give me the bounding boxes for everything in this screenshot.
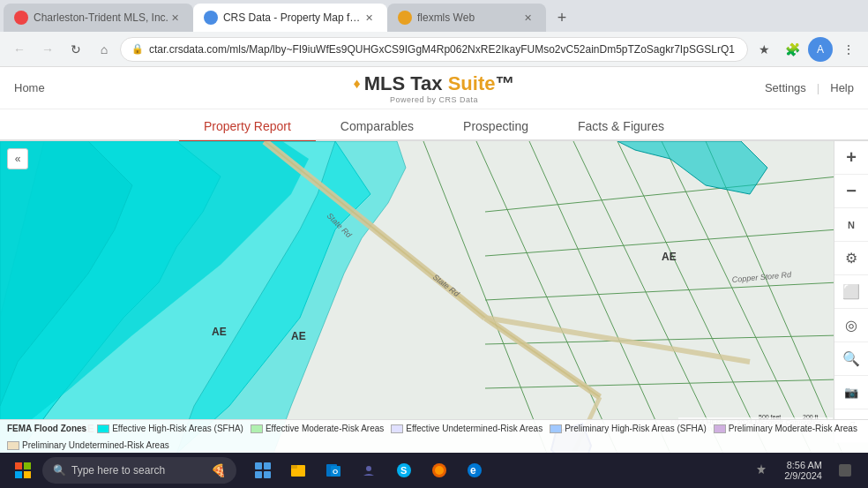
legend-label-2: Effective Moderate-Risk Areas (266, 424, 384, 433)
browser-tab-1[interactable]: Charleston-Trident MLS, Inc. ✕ (4, 4, 193, 32)
svg-rect-47 (264, 462, 271, 469)
svg-rect-51 (291, 465, 297, 469)
taskbar-app-firefox[interactable] (423, 454, 455, 486)
svg-rect-48 (255, 471, 262, 478)
zoom-in-button[interactable]: + (834, 141, 868, 175)
legend-item-3: Effective Undetermined-Risk Areas (391, 424, 542, 433)
legend-title: FEMA Flood Zones (7, 424, 86, 433)
tab-prospecting[interactable]: Prospecting (438, 111, 553, 143)
notification-center-button[interactable] (829, 454, 861, 486)
notification-icon (754, 463, 768, 477)
menu-button[interactable]: ⋮ (836, 37, 861, 62)
app-logo: ♦ MLS Tax Suite™ Powered by CRS Data (354, 72, 515, 104)
outlook-icon: O (325, 462, 342, 479)
legend-label-5: Preliminary Moderate-Risk Areas (729, 424, 857, 433)
legend-item-1: Effective High-Risk Areas (SFHA) (97, 424, 243, 433)
location-button[interactable]: ◎ (834, 309, 868, 342)
taskbar: 🔍 Type here to search 🍕 O (0, 453, 868, 488)
browser-tab-3[interactable]: flexmls Web ✕ (387, 4, 546, 32)
taskbar-app-skype[interactable]: S (388, 454, 420, 486)
browser-tab-bar: Charleston-Trident MLS, Inc. ✕ CRS Data … (0, 0, 868, 32)
tab-facts-figures[interactable]: Facts & Figures (553, 111, 689, 143)
nav-tabs: Property Report Comparables Prospecting … (0, 109, 868, 141)
logo-text: MLS Tax Suite™ (364, 72, 515, 95)
tab-title-2: CRS Data - Property Map for 1… (223, 11, 363, 24)
legend-label-1: Effective High-Risk Areas (SFHA) (112, 424, 243, 433)
north-button[interactable]: N (834, 208, 868, 242)
svg-point-59 (435, 466, 444, 475)
address-text: ctar.crsdata.com/mls/Map/lby~FI9iuWfEs9Q… (149, 43, 737, 56)
svg-rect-49 (264, 471, 271, 478)
extensions-button[interactable]: 🧩 (780, 37, 804, 62)
map-collapse-button[interactable]: « (7, 148, 28, 169)
tab-property-report[interactable]: Property Report (179, 111, 316, 143)
start-button[interactable] (7, 454, 39, 486)
map-right-controls: + − N ⚙ ⬜ ◎ 🔍 📷 🖨 (834, 141, 868, 443)
help-link[interactable]: Help (830, 81, 854, 94)
legend-swatch-6 (7, 441, 19, 450)
pizza-emoji: 🍕 (211, 463, 226, 477)
camera-button[interactable]: 📷 (834, 376, 868, 409)
taskbar-app-teams[interactable] (353, 454, 385, 486)
taskbar-app-explorer[interactable] (282, 454, 314, 486)
legend-swatch-2 (251, 424, 263, 433)
teams-icon (360, 462, 378, 479)
logo-icon: ♦ (354, 76, 361, 92)
zoom-out-button[interactable]: − (834, 175, 868, 208)
taskbar-clock: 8:56 AM 2/9/2024 (784, 460, 822, 481)
search-map-button[interactable]: 🔍 (834, 342, 868, 376)
taskbar-app-edge[interactable]: e (459, 454, 490, 486)
svg-text:AE: AE (212, 326, 227, 338)
app-header-actions: Settings | Help (765, 81, 854, 94)
tab-close-1[interactable]: ✕ (168, 11, 183, 25)
back-button[interactable]: ← (7, 37, 32, 62)
legend-swatch-3 (391, 424, 403, 433)
profile-button[interactable]: A (808, 37, 833, 62)
header-sep-1: | (817, 81, 819, 94)
legend-item-4: Preliminary High-Risk Areas (SFHA) (550, 424, 707, 433)
reload-button[interactable]: ↻ (64, 37, 88, 62)
legend-item-5: Preliminary Moderate-Risk Areas (714, 424, 857, 433)
taskbar-search-bar[interactable]: 🔍 Type here to search 🍕 (42, 457, 236, 484)
windows-logo-icon (15, 462, 31, 478)
taskbar-search-text: Type here to search (71, 464, 165, 477)
legend-swatch-4 (550, 424, 562, 433)
settings-link[interactable]: Settings (765, 81, 806, 94)
browser-right-controls: ★ 🧩 A ⋮ (752, 37, 861, 62)
legend-item-6: Preliminary Undetermined-Risk Areas (7, 440, 169, 450)
tab-close-3[interactable]: ✕ (521, 11, 535, 25)
tab-favicon-1 (14, 11, 28, 25)
home-link[interactable]: Home (14, 81, 45, 94)
tab-title-1: Charleston-Trident MLS, Inc. (34, 11, 168, 24)
file-explorer-icon (289, 462, 307, 479)
taskbar-notification-icon[interactable] (745, 454, 777, 486)
notification-center-icon (839, 464, 851, 477)
map-area[interactable]: State Rd State Rd Copper Store Rd Old Ch… (0, 141, 868, 454)
forward-button[interactable]: → (35, 37, 60, 62)
widgets-icon (254, 462, 272, 479)
taskbar-app-widgets[interactable] (247, 454, 279, 486)
taskbar-date-text: 2/9/2024 (784, 470, 822, 481)
browser-tab-2[interactable]: CRS Data - Property Map for 1… ✕ (193, 4, 387, 32)
home-button[interactable]: ⌂ (92, 37, 116, 62)
svg-rect-62 (839, 464, 851, 477)
app-header: Home ♦ MLS Tax Suite™ Powered by CRS Dat… (0, 67, 868, 109)
legend-swatch-5 (714, 424, 726, 433)
svg-text:AE: AE (291, 330, 306, 342)
taskbar-time-text: 8:56 AM (787, 460, 822, 470)
settings-icon-button[interactable]: ⚙ (834, 242, 868, 275)
logo-suite: Suite (448, 72, 496, 94)
svg-text:AE: AE (662, 251, 677, 263)
tab-favicon-3 (398, 11, 412, 25)
fullscreen-button[interactable]: ⬜ (834, 275, 868, 309)
tab-comparables[interactable]: Comparables (316, 111, 438, 143)
taskbar-app-outlook[interactable]: O (318, 454, 349, 486)
new-tab-button[interactable]: + (550, 5, 574, 30)
skype-icon: S (395, 462, 413, 479)
lock-icon: 🔒 (131, 43, 144, 55)
bookmark-button[interactable]: ★ (752, 37, 776, 62)
browser-controls-bar: ← → ↻ ⌂ 🔒 ctar.crsdata.com/mls/Map/lby~F… (0, 32, 868, 67)
tab-close-2[interactable]: ✕ (363, 11, 377, 25)
address-bar[interactable]: 🔒 ctar.crsdata.com/mls/Map/lby~FI9iuWfEs… (120, 37, 748, 62)
legend-label-4: Preliminary High-Risk Areas (SFHA) (565, 424, 707, 433)
